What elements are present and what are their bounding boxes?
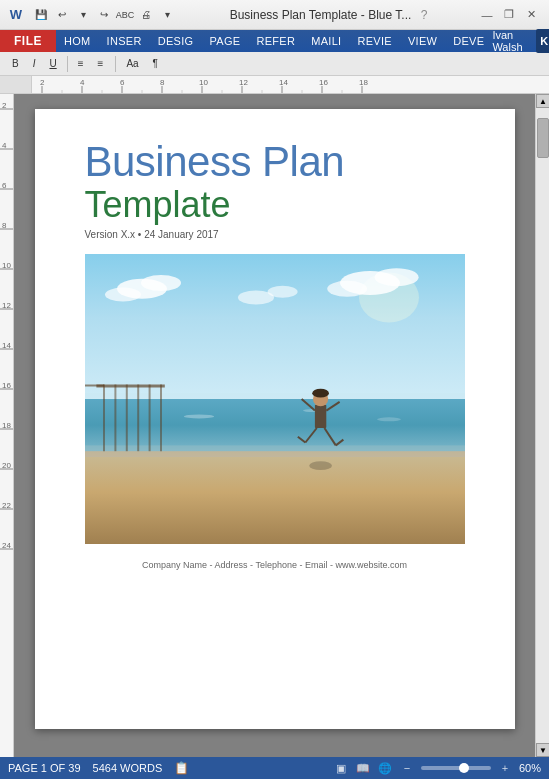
tab-developer[interactable]: DEVE <box>445 30 492 52</box>
word-count: 5464 WORDS <box>93 762 163 774</box>
zoom-slider[interactable] <box>421 766 491 770</box>
svg-text:12: 12 <box>239 78 248 87</box>
svg-text:20: 20 <box>2 461 11 470</box>
ruler-content: 2 4 6 8 10 12 14 16 18 <box>32 76 549 93</box>
cover-image <box>85 254 465 544</box>
svg-text:2: 2 <box>40 78 45 87</box>
ribbon-tabs: FILE HOM INSER DESIG PAGE REFER MAILI RE… <box>0 30 549 52</box>
svg-text:4: 4 <box>2 141 7 150</box>
svg-point-54 <box>105 287 141 301</box>
quick-access-toolbar: 💾 ↩ ▾ ↪ ABC 🖨 ▾ <box>28 6 180 24</box>
svg-text:22: 22 <box>2 501 11 510</box>
title-bar: W 💾 ↩ ▾ ↪ ABC 🖨 ▾ Business Plan Template… <box>0 0 549 30</box>
tab-mailings[interactable]: MAILI <box>303 30 349 52</box>
svg-text:16: 16 <box>2 381 11 390</box>
undo-button[interactable]: ↩ <box>53 6 71 24</box>
ruler-indent <box>0 76 32 93</box>
file-tab[interactable]: FILE <box>0 30 56 52</box>
svg-text:14: 14 <box>2 341 11 350</box>
svg-text:6: 6 <box>120 78 125 87</box>
print-layout-btn[interactable]: ▣ <box>333 760 349 776</box>
underline-button[interactable]: U <box>43 54 62 74</box>
close-button[interactable]: ✕ <box>521 5 541 25</box>
title-bar-left: W 💾 ↩ ▾ ↪ ABC 🖨 ▾ <box>8 6 180 24</box>
print-button[interactable]: 🖨 <box>137 6 155 24</box>
svg-text:8: 8 <box>2 221 7 230</box>
svg-rect-66 <box>85 457 465 544</box>
svg-point-53 <box>141 275 181 291</box>
paragraph-btn[interactable]: ¶ <box>147 54 164 74</box>
web-layout-btn[interactable]: 🌐 <box>377 760 393 776</box>
svg-text:16: 16 <box>319 78 328 87</box>
word-icon: W <box>8 7 24 23</box>
svg-point-75 <box>309 461 332 470</box>
svg-point-78 <box>312 389 329 398</box>
save-button[interactable]: 💾 <box>32 6 50 24</box>
align-center[interactable]: ≡ <box>92 54 112 74</box>
undo-dropdown[interactable]: ▾ <box>74 6 92 24</box>
spell-button[interactable]: ABC <box>116 6 134 24</box>
italic-button[interactable]: I <box>27 54 42 74</box>
svg-text:6: 6 <box>2 181 7 190</box>
svg-text:14: 14 <box>279 78 288 87</box>
user-avatar: K <box>536 29 549 53</box>
svg-text:24: 24 <box>2 541 11 550</box>
tab-design[interactable]: DESIG <box>150 30 202 52</box>
svg-rect-76 <box>314 405 325 428</box>
separator2 <box>115 56 116 72</box>
scroll-down-button[interactable]: ▼ <box>536 743 549 757</box>
svg-text:2: 2 <box>2 101 7 110</box>
status-bar: PAGE 1 OF 39 5464 WORDS 📋 ▣ 📖 🌐 − + 60% <box>0 757 549 779</box>
svg-rect-67 <box>96 384 164 387</box>
tab-view[interactable]: VIEW <box>400 30 445 52</box>
ruler: 2 4 6 8 10 12 14 16 18 <box>0 76 549 94</box>
restore-button[interactable]: ❐ <box>499 5 519 25</box>
status-right: ▣ 📖 🌐 − + 60% <box>333 760 541 776</box>
scroll-track[interactable] <box>536 108 549 743</box>
zoom-out-btn[interactable]: − <box>399 760 415 776</box>
styles-btn[interactable]: Aa <box>120 54 144 74</box>
window-controls: — ❐ ✕ <box>477 5 541 25</box>
svg-point-59 <box>267 285 297 297</box>
svg-text:4: 4 <box>80 78 85 87</box>
tab-review[interactable]: REVIE <box>349 30 400 52</box>
svg-point-64 <box>377 417 401 421</box>
scroll-thumb[interactable] <box>537 118 549 158</box>
svg-text:10: 10 <box>2 261 11 270</box>
font-format-button[interactable]: B <box>6 54 25 74</box>
svg-text:18: 18 <box>359 78 368 87</box>
user-name: Ivan Walsh <box>492 29 530 53</box>
scroll-up-button[interactable]: ▲ <box>536 94 549 108</box>
read-mode-btn[interactable]: 📖 <box>355 760 371 776</box>
tab-home[interactable]: HOM <box>56 30 99 52</box>
align-left[interactable]: ≡ <box>72 54 90 74</box>
svg-text:18: 18 <box>2 421 11 430</box>
separator <box>67 56 68 72</box>
page-info: PAGE 1 OF 39 <box>8 762 81 774</box>
svg-rect-61 <box>85 399 465 451</box>
doc-title-line2: Template <box>85 185 465 225</box>
customize-dropdown[interactable]: ▾ <box>158 6 176 24</box>
main-layout: 2 4 6 8 10 12 14 16 18 20 22 24 <box>0 94 549 757</box>
tab-page[interactable]: PAGE <box>201 30 248 52</box>
user-area: Ivan Walsh K <box>492 30 549 52</box>
svg-point-62 <box>184 414 214 418</box>
svg-rect-74 <box>85 384 104 386</box>
page-footer: Company Name - Address - Telephone - Ema… <box>85 560 465 570</box>
redo-button[interactable]: ↪ <box>95 6 113 24</box>
tab-insert[interactable]: INSER <box>99 30 150 52</box>
left-ruler: 2 4 6 8 10 12 14 16 18 20 22 24 <box>0 94 14 757</box>
ruler-svg: 2 4 6 8 10 12 14 16 18 <box>32 76 549 93</box>
version-text: Version X.x • 24 January 2017 <box>85 229 465 240</box>
minimize-button[interactable]: — <box>477 5 497 25</box>
vertical-ruler-svg: 2 4 6 8 10 12 14 16 18 20 22 24 <box>0 94 14 757</box>
zoom-thumb <box>459 763 469 773</box>
window-title: Business Plan Template - Blue T... ? <box>180 8 477 22</box>
svg-point-56 <box>374 268 418 286</box>
document-area[interactable]: Business Plan Template Version X.x • 24 … <box>14 94 535 757</box>
ribbon-buttons: B I U ≡ ≡ Aa ¶ <box>0 52 549 76</box>
beach-svg <box>85 254 465 544</box>
zoom-in-btn[interactable]: + <box>497 760 513 776</box>
tab-references[interactable]: REFER <box>248 30 303 52</box>
track-changes-icon: 📋 <box>174 761 189 775</box>
